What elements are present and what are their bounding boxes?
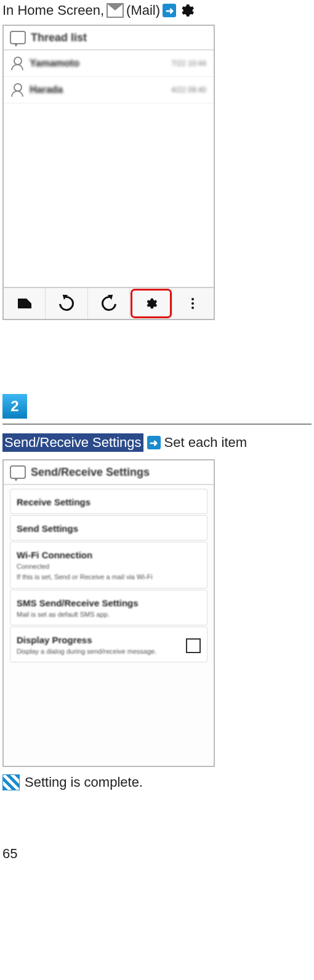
setting-title: Wi-Fi Connection [17,550,201,560]
setting-wifi-connection[interactable]: Wi-Fi Connection Connected If this is se… [10,542,207,588]
setting-sub: Display a dialog during send/receive mes… [17,647,181,656]
back-button[interactable] [88,288,130,319]
setting-send[interactable]: Send Settings [10,515,207,540]
gear-icon [179,2,195,18]
setting-title: SMS Send/Receive Settings [17,598,201,608]
screenshot1-toolbar [4,287,214,319]
mail-app-icon [107,3,124,18]
arrow-icon: ➜ [147,436,161,449]
screenshot-mail-threads: Thread list Yamamoto 7/22 10:44 Harada 4… [2,25,215,320]
step1-prefix: In Home Screen, [2,2,104,18]
arrow-icon: ➜ [163,4,176,17]
screenshot2-title: Send/Receive Settings [31,466,150,479]
screenshot2-header: Send/Receive Settings [4,460,214,485]
setting-display-progress[interactable]: Display Progress Display a dialog during… [10,627,207,662]
screenshot1-title: Thread list [31,31,87,44]
completion-line: Setting is complete. [2,774,312,790]
step-divider [2,424,312,425]
finish-flag-icon [2,774,20,790]
thread-icon [10,31,26,44]
completion-text: Setting is complete. [25,774,143,790]
step1-app-label: (Mail) [126,2,160,18]
screenshot1-header: Thread list [4,26,214,50]
refresh-button[interactable] [46,288,87,319]
step-number: 2 [10,398,18,415]
step2-highlight-label: Send/Receive Settings [2,433,143,452]
thread-time: 7/22 10:44 [171,59,206,68]
gear-icon [144,297,158,310]
thread-row[interactable]: Yamamoto 7/22 10:44 [4,50,214,77]
setting-sub: If this is set, Send or Receive a mail v… [17,572,201,581]
contact-icon [11,83,23,97]
menu-dots-icon [191,298,194,309]
setting-receive[interactable]: Receive Settings [10,489,207,514]
thread-list: Yamamoto 7/22 10:44 Harada 4/22 09:40 [4,50,214,287]
setting-sms[interactable]: SMS Send/Receive Settings Mail is set as… [10,590,207,625]
step2-tail: Set each item [164,435,248,451]
setting-title: Send Settings [17,523,201,534]
thread-name: Yamamoto [30,58,165,69]
page-number: 65 [2,846,312,862]
thread-row[interactable]: Harada 4/22 09:40 [4,77,214,103]
back-icon [99,293,119,314]
refresh-icon [56,293,77,314]
settings-button-highlighted[interactable] [130,288,172,319]
display-progress-checkbox[interactable] [186,638,201,653]
step2-instruction: Send/Receive Settings ➜ Set each item [2,433,312,452]
settings-list: Receive Settings Send Settings Wi-Fi Con… [4,485,214,766]
screenshot-send-receive-settings: Send/Receive Settings Receive Settings S… [2,459,215,767]
setting-title: Display Progress [17,635,181,645]
compose-icon [18,299,31,308]
thread-time: 4/22 09:40 [171,86,206,94]
overflow-menu-button[interactable] [172,288,214,319]
setting-title: Receive Settings [17,497,201,507]
thread-name: Harada [30,84,165,95]
contact-icon [11,57,23,70]
step-number-badge: 2 [2,394,27,419]
setting-sub: Mail is set as default SMS app. [17,610,201,619]
setting-sub: Connected [17,562,201,571]
settings-header-icon [10,465,26,479]
compose-button[interactable] [4,288,46,319]
step1-instruction: In Home Screen, (Mail) ➜ [2,2,312,18]
